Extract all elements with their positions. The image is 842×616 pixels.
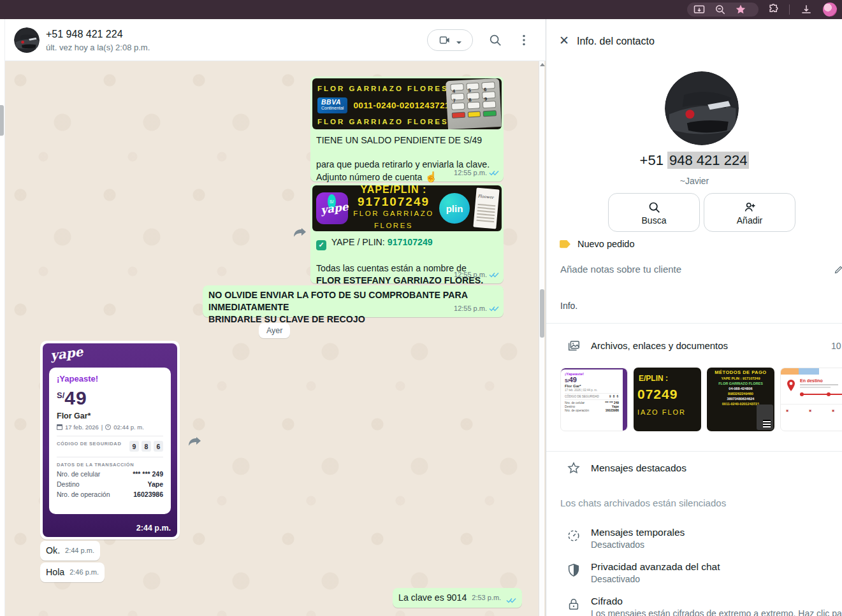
read-receipt-icon [489,169,499,176]
message-text: TIENE UN SALDO PENDIENTE DE S/49 [316,134,498,147]
divider [546,323,842,324]
downloads-icon[interactable] [800,3,813,16]
check-mark-emoji: ✓ [316,240,326,250]
advanced-privacy-row[interactable]: Privacidad avanzada del chat Desactivado [546,561,842,591]
contact-phone[interactable]: +51 948 421 224 [546,152,842,169]
bbva-account-image[interactable]: FLOR GARRIAZO FLORES BBVA Continental 00… [312,78,502,129]
timer-icon [567,529,581,543]
date-divider: Ayer [259,323,290,338]
message-text: Ok. [46,545,60,557]
media-thumb-tracking[interactable]: En destino ▣ ▣ ▣ [780,368,842,431]
calendar-icon [57,424,62,430]
archived-muted-note: Los chats archivados están silenciados [560,498,726,508]
message-time: 12:55 p.m. [454,167,487,179]
message-time: 2:44 p.m. [136,524,171,533]
message-time: 2:46 p.m. [69,566,99,578]
chat-title[interactable]: +51 948 421 224 [46,29,123,40]
message-area[interactable]: FLOR GARRIAZO FLORES BBVA Continental 00… [5,61,546,616]
yape-plin-number: 917107249 [353,196,434,208]
read-receipt-icon [506,597,516,604]
message-bubble-ok[interactable]: Ok. 2:44 p.m. [40,541,100,561]
message-time: 12:55 p.m. [454,303,487,315]
chat-list-edge [0,19,5,616]
chat-menu-icon[interactable] [517,33,531,47]
media-thumb-yape-plin[interactable]: E/PLIN : 07249 IAZO FLOR [634,368,701,431]
notes-placeholder[interactable]: Añade notas sobre tu cliente [560,264,834,275]
message-text: BRINDARLE SU CLAVE DE RECOJO [208,313,498,326]
yape-logo: S/ yape [316,192,348,224]
yape-receipt-image[interactable]: yape ¡Yapeaste! S/49 Flor Gar* 17 feb. 2… [43,343,177,537]
bookmark-star-icon[interactable] [734,3,747,16]
media-links-docs-row[interactable]: Archivos, enlaces y documentos 10 [546,338,842,367]
receipt-row: Nro. de operación16023986 [57,491,163,498]
browser-profile-avatar[interactable] [823,3,837,17]
screen-cast-icon[interactable] [693,3,706,16]
forward-icon[interactable] [185,432,205,451]
qr-code-graphic [763,420,771,427]
forward-icon[interactable] [291,223,310,242]
pos-terminal-graphic: 4 5 6 7 8 9 [446,78,502,129]
phone-selected-text: 948 421 224 [667,152,749,169]
yape-plin-label: YAPE/PLIN : [353,185,434,196]
extensions-icon[interactable] [767,3,780,16]
message-bubble-receipt[interactable]: yape ¡Yapeaste! S/49 Flor Gar* 17 feb. 2… [40,341,180,540]
label-tag-text: Nuevo pedido [577,239,635,249]
message-bubble-clave[interactable]: La clave es 9014 2:53 p.m. [393,588,522,608]
message-time: 2:44 p.m. [65,545,94,557]
media-thumb-metodos-pago[interactable]: MÉTODOS DE PAGO YAPE PLIN : 917107249 FL… [707,368,774,431]
security-code-digits: 9 8 6 [129,441,163,452]
chat-header[interactable]: +51 948 421 224 últ. vez hoy a la(s) 2:0… [5,19,546,61]
message-bubble-yape[interactable]: S/ yape YAPE/PLIN : 917107249 FLOR GARRI… [310,183,504,283]
message-bubble-no-olvide[interactable]: NO OLVIDE ENVIAR LA FOTO DE SU COMPROBAN… [203,285,504,317]
bbva-logo: BBVA Continental [317,97,347,113]
chat-last-seen: últ. vez hoy a la(s) 2:08 p.m. [46,43,150,52]
chat-scrollbar[interactable] [539,61,544,616]
browser-toolbar [0,0,842,19]
scroll-up-arrow[interactable] [540,63,545,66]
zoom-out-icon[interactable] [714,3,727,16]
add-contact-button[interactable]: Añadir [704,193,795,232]
receipt-title: ¡Yapeaste! [57,374,163,383]
star-icon [567,461,581,475]
receipt-recipient: Flor Gar* [57,412,163,420]
starred-messages-row[interactable]: Mensajes destacados [546,460,842,479]
message-bubble-saldo[interactable]: FLOR GARRIAZO FLORES BBVA Continental 00… [310,76,504,182]
encryption-row[interactable]: Cifrado Los mensajes están cifrados de e… [546,596,842,616]
disappearing-messages-row[interactable]: Mensajes temporales Desactivados [546,527,842,556]
read-receipt-icon [489,305,499,312]
video-camera-icon [439,34,451,47]
video-call-button[interactable] [427,29,473,51]
close-icon[interactable]: ✕ [556,33,572,48]
receipt-row: DestinoYape [57,480,163,488]
contact-avatar[interactable] [14,27,40,53]
message-time: 2:53 p.m. [472,592,501,604]
media-thumb-receipt[interactable]: ¡Yapeaste! S/49 Flor Gar* 17 feb. 2026 |… [560,368,628,431]
media-thumbnails: ¡Yapeaste! S/49 Flor Gar* 17 feb. 2026 |… [560,368,842,431]
yape-plin-holder: FLOR GARRIAZO FLORES [353,208,434,232]
conversation-panel: +51 948 421 224 últ. vez hoy a la(s) 2:0… [5,19,546,616]
edit-pencil-icon[interactable] [834,265,842,275]
chat-label-row[interactable]: Nuevo pedido [559,239,635,249]
contact-alias: ~Javier [546,176,842,186]
location-pin-icon [786,380,796,392]
panel-title: Info. del contacto [577,36,655,47]
chat-list-scrollbar[interactable] [0,105,4,136]
media-gallery-icon [567,339,581,353]
pointing-up-emoji: ☝ [425,171,437,182]
yape-plin-image[interactable]: S/ yape YAPE/PLIN : 917107249 FLOR GARRI… [312,185,502,231]
read-receipt-icon [489,271,499,278]
chevron-down-icon [456,37,462,43]
bbva-account-number: 0011-0240-0201243721 [353,99,449,111]
price-list-paper: Floower [473,188,499,229]
receipt-amount: S/49 [57,387,163,409]
message-text: ✓ YAPE / PLIN: 917107249 [316,236,498,250]
contact-photo[interactable] [665,71,739,145]
label-tag-icon [559,240,571,249]
search-in-chat-icon[interactable] [488,33,502,47]
chat-scrollbar-thumb[interactable] [540,289,544,338]
phone-link[interactable]: 917107249 [388,237,433,247]
message-bubble-hola[interactable]: Hola 2:46 p.m. [40,562,105,582]
search-contact-button[interactable]: Busca [608,193,700,232]
toolbar-divider [789,4,790,15]
receipt-row: Nro. de celular*** *** 249 [57,470,163,478]
